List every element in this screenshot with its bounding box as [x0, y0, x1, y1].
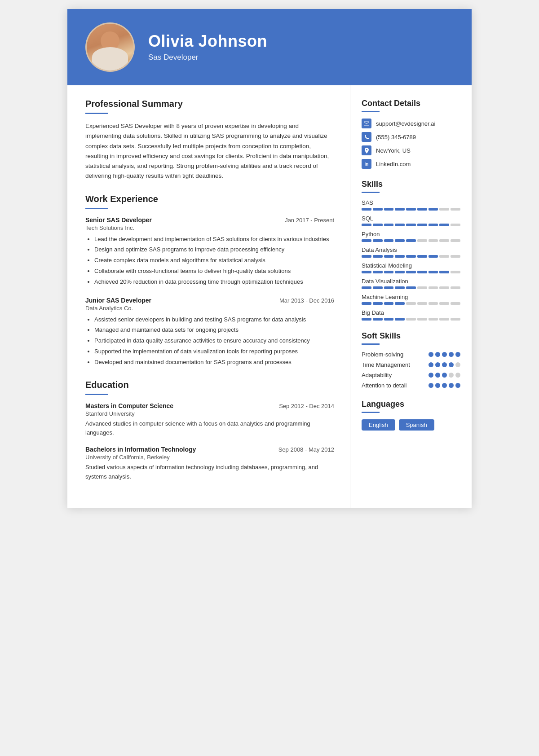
soft-skill-dots — [429, 352, 460, 357]
skill-name: Data Analysis — [362, 246, 460, 253]
job-company-2: Data Analytics Co. — [85, 305, 334, 312]
skill-segment — [384, 286, 394, 289]
education-section: Education Masters in Computer Science Se… — [85, 380, 334, 482]
skill-segment — [439, 224, 449, 226]
skill-name: SAS — [362, 199, 460, 206]
skill-segment — [417, 255, 427, 258]
languages-underline — [362, 412, 380, 413]
skill-segment — [406, 208, 416, 211]
resume-header: Olivia Johnson Sas Developer — [67, 9, 472, 85]
skill-segment — [451, 224, 460, 226]
dot — [435, 362, 440, 367]
skill-segment — [417, 208, 427, 211]
dot — [455, 352, 460, 357]
skill-segment — [417, 318, 427, 321]
soft-skill-name: Adaptability — [362, 372, 429, 378]
skill-segment — [395, 318, 405, 321]
skill-segment — [362, 208, 371, 211]
dot — [455, 383, 460, 388]
skill-segment — [384, 302, 394, 305]
soft-skills-title: Soft Skills — [362, 331, 460, 341]
skill-bar — [362, 271, 460, 273]
soft-skill-dots — [429, 362, 460, 367]
skill-segment — [417, 224, 427, 226]
soft-skill-name: Problem-solving — [362, 351, 429, 358]
skill-segment — [439, 271, 449, 273]
job-title-1: Senior SAS Developer — [85, 216, 152, 224]
skills-underline — [362, 192, 380, 193]
soft-skill-dots — [429, 383, 460, 388]
dot — [429, 383, 433, 388]
skill-segment — [395, 286, 405, 289]
skill-bar — [362, 318, 460, 321]
skill-bar — [362, 302, 460, 305]
edu-dates-2: Sep 2008 - May 2012 — [278, 446, 334, 453]
dot — [449, 373, 454, 378]
edu-institution-2: University of California, Berkeley — [85, 454, 334, 461]
left-column: Professional Summary Experienced SAS Dev… — [67, 85, 350, 508]
job-block-1: Senior SAS Developer Jan 2017 - Present … — [85, 216, 334, 287]
summary-section: Professional Summary Experienced SAS Dev… — [85, 99, 334, 181]
skill-segment — [406, 271, 416, 273]
dot — [435, 383, 440, 388]
skill-segment — [417, 302, 427, 305]
soft-skill-dots — [429, 373, 460, 378]
dot — [455, 373, 460, 378]
soft-skill-row: Problem-solving — [362, 351, 460, 358]
work-title: Work Experience — [85, 194, 334, 204]
skill-item: Python — [362, 231, 460, 242]
edu-desc-2: Studied various aspects of information t… — [85, 463, 334, 482]
skill-segment — [417, 271, 427, 273]
skill-segment — [384, 224, 394, 226]
languages-section: Languages EnglishSpanish — [362, 400, 460, 431]
dot — [449, 383, 454, 388]
job-block-2: Junior SAS Developer Mar 2013 - Dec 2016… — [85, 297, 334, 367]
bullet: Achieved 20% reduction in data processin… — [94, 277, 334, 287]
skill-segment — [373, 224, 383, 226]
skill-segment — [429, 239, 438, 242]
contact-location: NewYork, US — [362, 145, 460, 155]
skills-list: SASSQLPythonData AnalysisStatistical Mod… — [362, 199, 460, 321]
skill-segment — [395, 239, 405, 242]
bullet: Lead the development and implementation … — [94, 235, 334, 244]
dot — [442, 362, 447, 367]
contact-email: support@cvdesigner.ai — [362, 119, 460, 128]
phone-icon — [362, 132, 371, 142]
edu-degree-1: Masters in Computer Science — [85, 402, 173, 409]
skill-segment — [406, 302, 416, 305]
language-badge: Spanish — [399, 419, 434, 431]
language-badges: EnglishSpanish — [362, 419, 460, 431]
resume-body: Professional Summary Experienced SAS Dev… — [67, 85, 472, 508]
contact-linkedin-text: LinkedIn.com — [376, 161, 411, 167]
contact-title: Contact Details — [362, 99, 460, 108]
skill-segment — [451, 208, 460, 211]
summary-text: Experienced SAS Developer with 8 years o… — [85, 121, 334, 181]
job-company-1: Tech Solutions Inc. — [85, 224, 334, 231]
soft-skill-row: Adaptability — [362, 372, 460, 378]
skill-name: Statistical Modeling — [362, 262, 460, 269]
skill-segment — [439, 239, 449, 242]
skill-segment — [406, 286, 416, 289]
dot — [455, 362, 460, 367]
bullet: Design and optimize SAS programs to impr… — [94, 245, 334, 255]
avatar — [85, 22, 135, 72]
skill-segment — [451, 271, 460, 273]
skill-item: SAS — [362, 199, 460, 211]
edu-header-1: Masters in Computer Science Sep 2012 - D… — [85, 402, 334, 409]
dot — [429, 362, 433, 367]
skills-title: Skills — [362, 180, 460, 189]
skill-segment — [451, 239, 460, 242]
skill-name: Machine Learning — [362, 294, 460, 300]
skill-bar — [362, 286, 460, 289]
skill-segment — [451, 302, 460, 305]
header-info: Olivia Johnson Sas Developer — [148, 32, 267, 62]
dot — [435, 352, 440, 357]
skill-segment — [451, 255, 460, 258]
skill-segment — [362, 286, 371, 289]
skill-item: SQL — [362, 215, 460, 226]
soft-skill-row: Time Management — [362, 361, 460, 368]
soft-skills-underline — [362, 343, 380, 345]
skill-item: Data Analysis — [362, 246, 460, 258]
skill-segment — [362, 318, 371, 321]
skill-segment — [451, 318, 460, 321]
